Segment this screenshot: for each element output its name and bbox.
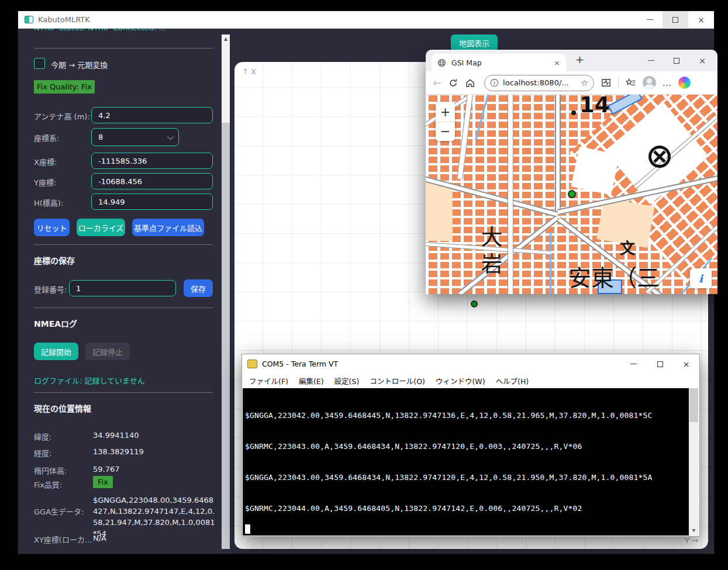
spot-elevation-label: 14 bbox=[579, 95, 610, 118]
load-basepoint-file-button[interactable]: 基準点ファイル読込 bbox=[132, 219, 204, 236]
settings-ellipsis-icon[interactable]: … bbox=[663, 78, 672, 88]
sidebar-scrollbar[interactable]: ▲ bbox=[222, 34, 230, 549]
h-elevation-input[interactable] bbox=[91, 194, 213, 210]
log-file-status: ログファイル: 記録していません bbox=[34, 375, 145, 386]
h-elevation-label: H(標高): bbox=[34, 197, 63, 208]
coord-system-select[interactable]: 8 bbox=[91, 128, 179, 146]
map-place-label-oiwa: 大岩 bbox=[474, 226, 505, 279]
menu-window[interactable]: ウィンドウ(W) bbox=[430, 375, 491, 386]
teraterm-maximize-button[interactable] bbox=[647, 354, 673, 374]
y-coord-label: Y座標: bbox=[34, 177, 56, 188]
tab-title: GSI Map bbox=[451, 58, 548, 67]
app-minimize-button[interactable] bbox=[637, 11, 663, 28]
latitude-label: 緯度: bbox=[34, 431, 51, 442]
sidebar: NTRIP Status: NTRIP Connected: ... 今期 → … bbox=[18, 29, 222, 554]
browser-maximize-button[interactable] bbox=[664, 58, 689, 64]
fix-quality-badge: Fix bbox=[93, 476, 113, 488]
teraterm-close-button[interactable]: × bbox=[673, 354, 699, 374]
map-canvas[interactable]: + − 14 大岩 文 安東（三 i bbox=[426, 95, 717, 294]
terminal-output[interactable]: $GNGGA,223042.00,3459.6468445,N,13822.97… bbox=[243, 388, 699, 536]
antenna-height-label: アンテナ高 (m): bbox=[34, 110, 90, 122]
favorite-star-icon[interactable]: ☆ bbox=[581, 78, 588, 88]
x-coord-label: X座標: bbox=[34, 156, 57, 167]
spot-elevation-dot bbox=[571, 110, 576, 115]
divider bbox=[34, 392, 213, 393]
copilot-icon[interactable] bbox=[678, 77, 691, 89]
terminal-line: $GNRMC,223043.00,A,3459.6468434,N,13822.… bbox=[245, 441, 686, 452]
browser-tabstrip: GSI Map × + × bbox=[426, 50, 717, 71]
zoom-out-button[interactable]: − bbox=[436, 122, 455, 141]
menu-control[interactable]: コントロール(O) bbox=[364, 375, 430, 386]
divider bbox=[34, 48, 213, 49]
current-position-heading: 現在の位置情報 bbox=[34, 402, 91, 414]
y-coord-input[interactable] bbox=[91, 173, 213, 189]
zoom-in-button[interactable]: + bbox=[436, 102, 455, 122]
epoch-conversion-checkbox[interactable] bbox=[34, 58, 45, 69]
xy-local-label: XY座標(ローカ... bbox=[34, 534, 92, 545]
address-bar[interactable]: localhost:8080/... ☆ bbox=[484, 75, 594, 91]
terminal-scrollbar-thumb[interactable] bbox=[689, 388, 698, 422]
map-patch bbox=[426, 182, 453, 241]
app-maximize-button[interactable] bbox=[663, 11, 688, 28]
terminal-scrollbar[interactable]: ▼ bbox=[689, 388, 699, 536]
app-close-button[interactable]: × bbox=[688, 11, 714, 28]
police-station-symbol bbox=[648, 146, 671, 168]
map-zoom-controls: + − bbox=[436, 102, 455, 141]
browser-essentials-icon[interactable] bbox=[601, 77, 612, 88]
plot-x-axis-label: ↑ X bbox=[242, 67, 256, 76]
map-display-button[interactable]: 地図表示 bbox=[451, 34, 498, 51]
teraterm-titlebar: COM5 - Tera Term VT × bbox=[242, 354, 699, 374]
browser-tab[interactable]: GSI Map × bbox=[432, 54, 566, 71]
app-title: KabutoMLRTK bbox=[38, 15, 90, 24]
browser-minimize-button[interactable] bbox=[638, 60, 664, 61]
teraterm-window: COM5 - Tera Term VT × ファイル(F) 編集(E) 設定(S… bbox=[241, 354, 700, 537]
refresh-icon[interactable] bbox=[448, 78, 458, 88]
menu-help[interactable]: ヘルプ(H) bbox=[491, 375, 534, 386]
epoch-conversion-label: 今期 → 元期変換 bbox=[51, 59, 108, 70]
nmea-log-heading: NMEAログ bbox=[34, 317, 77, 329]
terminal-scroll-down-icon[interactable]: ▼ bbox=[689, 526, 699, 536]
tab-close-icon[interactable]: × bbox=[554, 58, 560, 67]
plot-y-axis-label: Y → bbox=[685, 536, 698, 545]
map-open-area bbox=[571, 146, 619, 195]
scrollbar-up-icon[interactable]: ▲ bbox=[222, 34, 230, 44]
fix-quality-label: Fix品質: bbox=[34, 479, 62, 490]
site-info-icon[interactable] bbox=[490, 78, 499, 87]
record-start-button[interactable]: 記録開始 bbox=[34, 343, 78, 360]
map-road bbox=[508, 95, 513, 294]
menu-edit[interactable]: 編集(E) bbox=[294, 375, 329, 386]
profile-avatar[interactable] bbox=[643, 76, 656, 89]
reset-button[interactable]: リセット bbox=[34, 219, 70, 236]
map-water-line bbox=[550, 232, 551, 294]
teraterm-icon bbox=[247, 360, 257, 368]
gga-raw-label: GGA生データ: bbox=[34, 506, 84, 517]
plot-position-dot bbox=[471, 300, 478, 308]
menu-setup[interactable]: 設定(S) bbox=[329, 375, 365, 386]
scrollbar-thumb[interactable] bbox=[222, 44, 230, 123]
url-text[interactable]: localhost:8080/... bbox=[503, 78, 577, 87]
favorites-icon[interactable] bbox=[625, 77, 636, 88]
teraterm-menubar: ファイル(F) 編集(E) 設定(S) コントロール(O) ウィンドウ(W) ヘ… bbox=[242, 374, 699, 388]
record-stop-button[interactable]: 記録停止 bbox=[85, 343, 130, 360]
menu-file[interactable]: ファイル(F) bbox=[244, 375, 294, 386]
x-coord-input[interactable] bbox=[91, 153, 213, 169]
terminal-line: $GNGGA,223043.00,3459.6468434,N,13822.97… bbox=[245, 472, 686, 483]
latitude-value: 34.9941140 bbox=[93, 431, 139, 440]
teraterm-minimize-button[interactable] bbox=[620, 354, 647, 374]
chevron-down-icon bbox=[167, 133, 174, 139]
localize-button[interactable]: ローカライズ bbox=[77, 219, 125, 236]
browser-close-button[interactable]: × bbox=[689, 56, 715, 65]
save-button[interactable]: 保存 bbox=[184, 279, 213, 297]
fix-quality-banner: Fix Quality: Fix bbox=[34, 80, 95, 94]
divider bbox=[34, 244, 213, 245]
longitude-label: 経度: bbox=[34, 447, 51, 458]
new-tab-button[interactable]: + bbox=[575, 53, 584, 65]
registration-number-label: 登録番号: bbox=[34, 284, 67, 295]
terminal-line: $GNRMC,223044.00,A,3459.6468405,N,13822.… bbox=[245, 503, 686, 514]
map-info-button[interactable]: i bbox=[690, 268, 712, 288]
longitude-value: 138.3829119 bbox=[93, 447, 144, 456]
back-icon[interactable]: ← bbox=[433, 77, 441, 89]
home-icon[interactable] bbox=[465, 78, 475, 88]
antenna-height-input[interactable] bbox=[91, 107, 213, 123]
registration-number-input[interactable] bbox=[69, 280, 176, 296]
